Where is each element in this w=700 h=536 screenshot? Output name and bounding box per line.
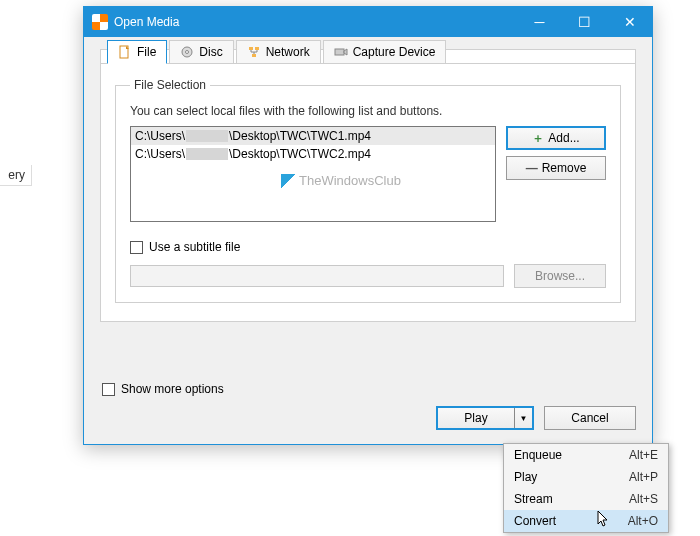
plus-icon: ＋	[532, 130, 544, 147]
tab-file-label: File	[137, 45, 156, 59]
watermark-text: TheWindowsClub	[299, 173, 401, 188]
menu-label: Enqueue	[514, 448, 629, 462]
watermark-icon	[281, 174, 295, 188]
file-path-pre: C:\Users\	[135, 129, 185, 143]
play-label: Play	[464, 411, 487, 425]
list-item[interactable]: C:\Users\\Desktop\TWC\TWC1.mp4	[131, 127, 495, 145]
svg-rect-6	[335, 49, 344, 55]
svg-rect-3	[249, 47, 253, 50]
menu-item-stream[interactable]: Stream Alt+S	[504, 488, 668, 510]
network-icon	[247, 45, 261, 59]
watermark: TheWindowsClub	[281, 173, 401, 188]
cancel-button[interactable]: Cancel	[544, 406, 636, 430]
file-selection-hint: You can select local files with the foll…	[130, 104, 606, 118]
file-row: C:\Users\\Desktop\TWC\TWC1.mp4 C:\Users\…	[130, 126, 606, 222]
tab-network-label: Network	[266, 45, 310, 59]
menu-shortcut: Alt+P	[629, 470, 658, 484]
window-title: Open Media	[114, 15, 517, 29]
show-more-label: Show more options	[121, 382, 224, 396]
show-more-checkbox[interactable]	[102, 383, 115, 396]
file-icon	[118, 45, 132, 59]
open-media-window: Open Media ─ ☐ ✕ File Disc	[83, 6, 653, 445]
redacted-username	[186, 148, 228, 160]
list-item[interactable]: C:\Users\\Desktop\TWC\TWC2.mp4	[131, 145, 495, 163]
close-button[interactable]: ✕	[607, 7, 652, 37]
remove-button[interactable]: — Remove	[506, 156, 606, 180]
menu-shortcut: Alt+O	[628, 514, 658, 528]
background-sidebar-text: ery	[0, 165, 32, 186]
tabstrip: File Disc Network	[101, 38, 635, 64]
bottom-row: Play ▼ Cancel	[100, 406, 636, 430]
menu-label: Stream	[514, 492, 629, 506]
menu-shortcut: Alt+E	[629, 448, 658, 462]
disc-icon	[180, 45, 194, 59]
play-dropdown-menu: Enqueue Alt+E Play Alt+P Stream Alt+S Co…	[503, 443, 669, 533]
tab-file[interactable]: File	[107, 40, 167, 64]
tab-disc-label: Disc	[199, 45, 222, 59]
capture-icon	[334, 45, 348, 59]
file-buttons: ＋ Add... — Remove	[506, 126, 606, 222]
remove-label: Remove	[542, 161, 587, 175]
add-button[interactable]: ＋ Add...	[506, 126, 606, 150]
svg-rect-5	[252, 54, 256, 57]
browse-button: Browse...	[514, 264, 606, 288]
tab-network[interactable]: Network	[236, 40, 321, 64]
tab-disc[interactable]: Disc	[169, 40, 233, 64]
play-button[interactable]: Play	[438, 408, 514, 428]
show-more-row: Show more options	[102, 382, 636, 396]
tab-capture-label: Capture Device	[353, 45, 436, 59]
file-path-post: \Desktop\TWC\TWC2.mp4	[229, 147, 371, 161]
tab-capture[interactable]: Capture Device	[323, 40, 447, 64]
window-client: File Disc Network	[84, 37, 652, 444]
file-path-post: \Desktop\TWC\TWC1.mp4	[229, 129, 371, 143]
subtitle-browse-row: Browse...	[130, 264, 606, 288]
menu-shortcut: Alt+S	[629, 492, 658, 506]
file-path-pre: C:\Users\	[135, 147, 185, 161]
menu-item-enqueue[interactable]: Enqueue Alt+E	[504, 444, 668, 466]
titlebar[interactable]: Open Media ─ ☐ ✕	[84, 7, 652, 37]
subtitle-path-input	[130, 265, 504, 287]
use-subtitle-checkbox[interactable]	[130, 241, 143, 254]
menu-label: Play	[514, 470, 629, 484]
minus-icon: —	[526, 161, 538, 175]
file-list[interactable]: C:\Users\\Desktop\TWC\TWC1.mp4 C:\Users\…	[130, 126, 496, 222]
menu-item-play[interactable]: Play Alt+P	[504, 466, 668, 488]
mouse-cursor-icon	[597, 510, 611, 531]
maximize-button[interactable]: ☐	[562, 7, 607, 37]
menu-item-convert[interactable]: Convert Alt+O	[504, 510, 668, 532]
subtitle-checkbox-row: Use a subtitle file	[130, 240, 606, 254]
window-buttons: ─ ☐ ✕	[517, 7, 652, 37]
svg-point-2	[186, 51, 189, 54]
add-label: Add...	[548, 131, 579, 145]
play-split-button[interactable]: Play ▼	[436, 406, 534, 430]
play-dropdown-toggle[interactable]: ▼	[514, 408, 532, 428]
svg-rect-4	[255, 47, 259, 50]
use-subtitle-label: Use a subtitle file	[149, 240, 240, 254]
file-selection-legend: File Selection	[130, 78, 210, 92]
tab-body: File Selection You can select local file…	[101, 63, 635, 321]
tabs-frame: File Disc Network	[100, 49, 636, 322]
file-selection-group: File Selection You can select local file…	[115, 78, 621, 303]
redacted-username	[186, 130, 228, 142]
vlc-cone-icon	[92, 14, 108, 30]
minimize-button[interactable]: ─	[517, 7, 562, 37]
